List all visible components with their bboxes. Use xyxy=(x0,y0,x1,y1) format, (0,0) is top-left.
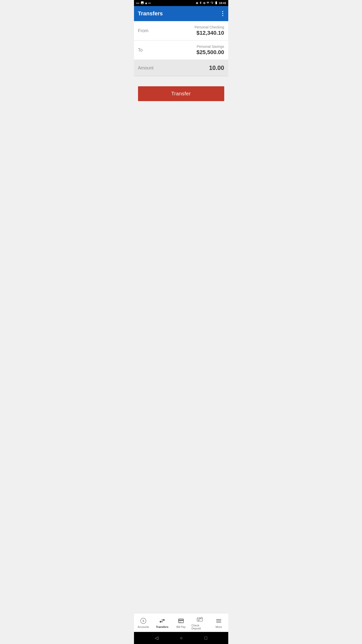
nav-item-bill-pay[interactable]: Bill Pay xyxy=(172,613,191,632)
bill-pay-icon xyxy=(177,617,185,624)
app-header: Transfers xyxy=(134,6,228,21)
svg-text:$: $ xyxy=(143,619,144,622)
more-label: More xyxy=(215,625,222,628)
more-vert-icon[interactable] xyxy=(221,10,224,17)
from-account-name: Personal Checking xyxy=(195,25,224,29)
android-nav: ◁ ○ □ xyxy=(134,632,228,644)
button-area: Transfer xyxy=(134,76,228,105)
image-icon xyxy=(141,1,144,5)
check-deposit-icon xyxy=(196,616,203,623)
status-bar: •••• ◉ ••• ⊕ ⊖ 10:41 xyxy=(134,0,228,6)
transfers-icon xyxy=(159,617,166,624)
accounts-icon: $ xyxy=(140,617,147,624)
svg-rect-0 xyxy=(212,3,213,4)
to-row[interactable]: To Personal Savings $25,500.00 xyxy=(134,41,228,60)
status-right: ⊕ ⊖ 10:41 xyxy=(196,1,226,5)
main-content: From Personal Checking $12,340.10 To Per… xyxy=(134,21,228,613)
from-label: From xyxy=(138,28,149,33)
recents-button[interactable]: □ xyxy=(204,635,207,641)
nav-item-more[interactable]: More xyxy=(209,613,228,632)
more-icon xyxy=(215,617,222,624)
minus-circle-icon: ⊖ xyxy=(203,2,205,5)
amount-row[interactable]: Amount 10.00 xyxy=(134,60,228,76)
bottom-nav: $ Accounts Transfers Bill Pay xyxy=(134,613,228,632)
home-button[interactable]: ○ xyxy=(180,635,183,641)
transfer-button[interactable]: Transfer xyxy=(138,86,224,101)
nav-item-check-deposit[interactable]: Check Deposit xyxy=(191,613,209,632)
signal-icon: •••• xyxy=(136,2,140,5)
from-value: Personal Checking $12,340.10 xyxy=(195,25,224,36)
to-account-name: Personal Savings xyxy=(196,45,224,49)
from-row[interactable]: From Personal Checking $12,340.10 xyxy=(134,21,228,41)
status-left: •••• ◉ ••• xyxy=(136,1,151,5)
signal-strength-icon xyxy=(210,1,213,5)
nav-item-accounts[interactable]: $ Accounts xyxy=(134,613,153,632)
bluetooth-icon xyxy=(199,1,202,5)
to-value: Personal Savings $25,500.00 xyxy=(196,45,224,56)
to-label: To xyxy=(138,48,143,53)
from-amount: $12,340.10 xyxy=(195,30,224,36)
nav-item-transfers[interactable]: Transfers xyxy=(153,613,172,632)
bill-pay-label: Bill Pay xyxy=(176,625,186,628)
spacer xyxy=(134,105,228,613)
battery-icon xyxy=(214,1,218,5)
page-title: Transfers xyxy=(138,10,163,17)
transfers-label: Transfers xyxy=(156,625,168,628)
accounts-label: Accounts xyxy=(138,625,149,628)
time-display: 10:41 xyxy=(219,2,226,5)
amount-value: 10.00 xyxy=(209,64,224,71)
check-deposit-label: Check Deposit xyxy=(192,624,208,630)
wifi-icon xyxy=(206,1,209,5)
dots-icon: ••• xyxy=(148,2,151,5)
back-button[interactable]: ◁ xyxy=(155,635,158,641)
to-amount: $25,500.00 xyxy=(196,49,224,56)
plus-circle-icon: ⊕ xyxy=(196,2,198,5)
circle-icon: ◉ xyxy=(145,2,147,5)
svg-rect-1 xyxy=(212,3,212,4)
amount-label: Amount xyxy=(138,65,154,71)
